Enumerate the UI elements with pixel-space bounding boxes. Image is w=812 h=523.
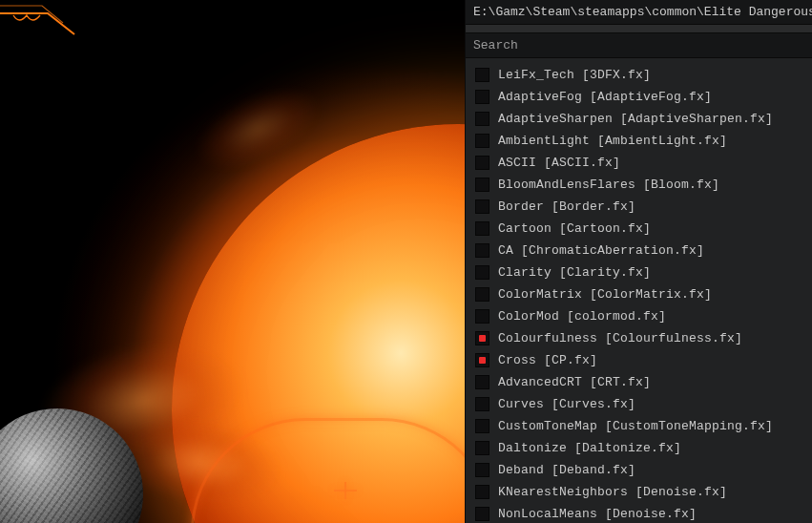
effect-list[interactable]: LeiFx_Tech [3DFX.fx]AdaptiveFog [Adaptiv… [466,58,812,523]
effect-label: Colourfulness [Colourfulness.fx] [498,331,742,345]
effect-label: ColorMatrix [ColorMatrix.fx] [498,287,712,302]
effect-checkbox[interactable] [475,331,489,345]
effect-checkbox[interactable] [475,221,489,236]
effect-label: Cross [CP.fx] [498,353,597,367]
effect-label: LeiFx_Tech [3DFX.fx] [498,68,651,82]
effect-checkbox[interactable] [475,353,489,367]
effect-row[interactable]: Cross [CP.fx] [466,349,812,371]
effect-checkbox[interactable] [475,375,489,389]
effect-row[interactable]: Border [Border.fx] [466,196,812,218]
path-field[interactable]: E:\Gamz\Steam\steamapps\common\Elite Dan… [466,0,812,25]
effect-checkbox[interactable] [475,485,489,499]
crosshair-icon [334,482,357,499]
effect-checkbox[interactable] [475,419,489,433]
effect-checkbox[interactable] [475,287,489,302]
effect-label: AmbientLight [AmbientLight.fx] [498,134,727,148]
effect-row[interactable]: BloomAndLensFlares [Bloom.fx] [466,174,812,196]
effect-row[interactable]: NonLocalMeans [Denoise.fx] [466,503,812,523]
effect-label: Cartoon [Cartoon.fx] [498,221,651,236]
effect-label: Curves [Curves.fx] [498,397,635,411]
effect-label: BloomAndLensFlares [Bloom.fx] [498,178,719,192]
effect-label: Daltonize [Daltonize.fx] [498,441,681,455]
effect-checkbox[interactable] [475,265,489,280]
effect-row[interactable]: ASCII [ASCII.fx] [466,152,812,174]
effect-row[interactable]: KNearestNeighbors [Denoise.fx] [466,481,812,503]
effect-checkbox[interactable] [475,441,489,455]
effect-checkbox[interactable] [475,90,489,104]
effect-checkbox[interactable] [475,309,489,324]
effect-row[interactable]: Curves [Curves.fx] [466,393,812,415]
effect-row[interactable]: Clarity [Clarity.fx] [466,262,812,283]
effect-label: KNearestNeighbors [Denoise.fx] [498,485,727,499]
effect-label: CustomToneMap [CustomToneMapping.fx] [498,419,773,433]
effect-row[interactable]: Colourfulness [Colourfulness.fx] [466,327,812,349]
game-viewport [0,0,485,523]
panel-divider [466,25,812,33]
effect-checkbox[interactable] [475,199,489,214]
effect-checkbox[interactable] [475,243,489,258]
effect-label: AdaptiveFog [AdaptiveFog.fx] [498,90,712,104]
effect-checkbox[interactable] [475,156,489,170]
effect-row[interactable]: AdaptiveFog [AdaptiveFog.fx] [466,86,812,108]
effect-row[interactable]: AmbientLight [AmbientLight.fx] [466,130,812,152]
effect-label: NonLocalMeans [Denoise.fx] [498,507,697,521]
reshade-panel: E:\Gamz\Steam\steamapps\common\Elite Dan… [465,0,812,523]
hud-ornament-icon [0,0,105,40]
effect-row[interactable]: Daltonize [Daltonize.fx] [466,437,812,459]
effect-label: ColorMod [colormod.fx] [498,309,666,324]
search-input[interactable] [473,33,804,57]
effect-row[interactable]: AdvancedCRT [CRT.fx] [466,371,812,393]
effect-checkbox[interactable] [475,112,489,126]
effect-row[interactable]: ColorMatrix [ColorMatrix.fx] [466,283,812,305]
effect-checkbox[interactable] [475,134,489,148]
effect-row[interactable]: CustomToneMap [CustomToneMapping.fx] [466,415,812,437]
effect-label: Border [Border.fx] [498,199,635,214]
effect-checkbox[interactable] [475,68,489,82]
effect-row[interactable]: ColorMod [colormod.fx] [466,305,812,327]
effect-label: ASCII [ASCII.fx] [498,156,620,170]
effect-checkbox[interactable] [475,507,489,521]
effect-row[interactable]: Deband [Deband.fx] [466,459,812,481]
effect-label: CA [ChromaticAberration.fx] [498,243,704,258]
search-field[interactable] [466,33,812,58]
effect-row[interactable]: AdaptiveSharpen [AdaptiveSharpen.fx] [466,108,812,130]
effect-label: Clarity [Clarity.fx] [498,265,651,280]
effect-checkbox[interactable] [475,463,489,477]
effect-label: AdvancedCRT [CRT.fx] [498,375,651,389]
effect-checkbox[interactable] [475,178,489,192]
effect-row[interactable]: CA [ChromaticAberration.fx] [466,240,812,262]
effect-checkbox[interactable] [475,397,489,411]
effect-row[interactable]: LeiFx_Tech [3DFX.fx] [466,64,812,86]
effect-label: Deband [Deband.fx] [498,463,635,477]
effect-row[interactable]: Cartoon [Cartoon.fx] [466,218,812,240]
effect-label: AdaptiveSharpen [AdaptiveSharpen.fx] [498,112,773,126]
